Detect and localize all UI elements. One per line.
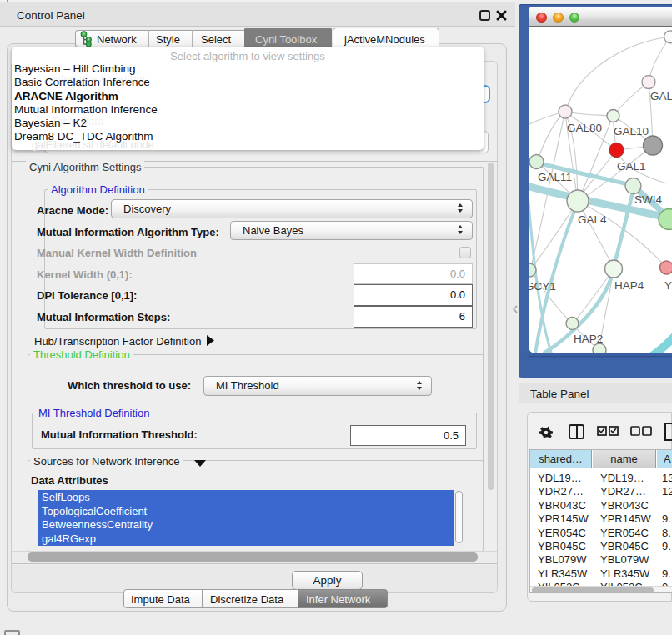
svg-text:HAP4: HAP4 [614, 279, 644, 292]
svg-text:SWI4: SWI4 [634, 193, 662, 206]
svg-text:GAL11: GAL11 [538, 171, 572, 183]
svg-text:GAL7: GAL7 [650, 90, 672, 102]
svg-text:GAL4: GAL4 [578, 213, 607, 226]
svg-text:GCY1: GCY1 [529, 280, 556, 292]
svg-text:YJ: YJ [664, 279, 672, 292]
svg-text:GAL1: GAL1 [617, 160, 646, 172]
svg-text:GAL10: GAL10 [614, 125, 649, 138]
svg-text:GAL80: GAL80 [567, 122, 602, 134]
svg-text:HAP2: HAP2 [574, 332, 603, 345]
